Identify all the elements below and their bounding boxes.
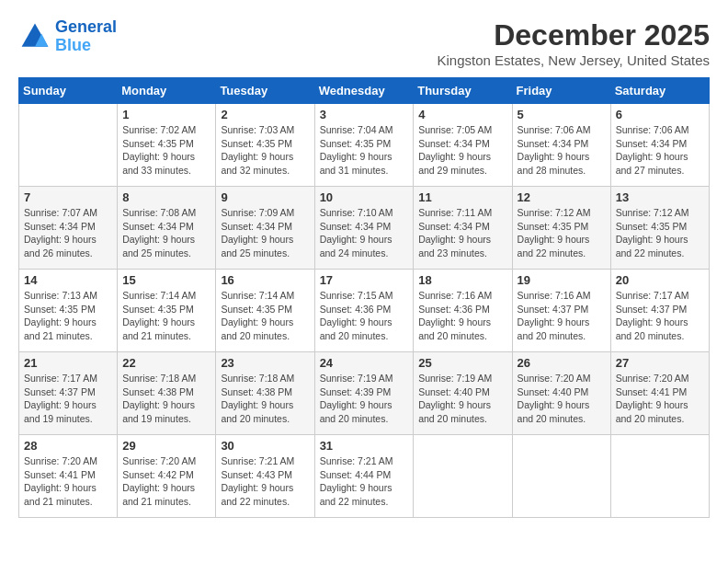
day-number: 11 — [418, 190, 506, 204]
day-number: 21 — [24, 356, 112, 370]
week-row-4: 21Sunrise: 7:17 AM Sunset: 4:37 PM Dayli… — [19, 352, 710, 435]
day-info: Sunrise: 7:20 AM Sunset: 4:41 PM Dayligh… — [24, 454, 112, 509]
day-cell: 4Sunrise: 7:05 AM Sunset: 4:34 PM Daylig… — [414, 104, 512, 187]
day-info: Sunrise: 7:21 AM Sunset: 4:43 PM Dayligh… — [221, 454, 309, 509]
day-cell: 30Sunrise: 7:21 AM Sunset: 4:43 PM Dayli… — [216, 435, 314, 518]
day-info: Sunrise: 7:06 AM Sunset: 4:34 PM Dayligh… — [616, 123, 704, 178]
day-number: 5 — [518, 108, 606, 121]
day-cell: 29Sunrise: 7:20 AM Sunset: 4:42 PM Dayli… — [118, 435, 216, 518]
day-info: Sunrise: 7:18 AM Sunset: 4:38 PM Dayligh… — [221, 372, 309, 426]
day-header-saturday: Saturday — [610, 78, 709, 104]
day-info: Sunrise: 7:07 AM Sunset: 4:34 PM Dayligh… — [24, 206, 112, 260]
day-number: 17 — [320, 273, 409, 287]
day-number: 10 — [320, 190, 409, 204]
day-number: 8 — [122, 190, 210, 204]
calendar-table: SundayMondayTuesdayWednesdayThursdayFrid… — [18, 77, 710, 518]
day-cell: 28Sunrise: 7:20 AM Sunset: 4:41 PM Dayli… — [19, 435, 118, 518]
title-block: December 2025 Kingston Estates, New Jers… — [437, 18, 710, 68]
day-info: Sunrise: 7:14 AM Sunset: 4:35 PM Dayligh… — [122, 289, 210, 343]
week-row-3: 14Sunrise: 7:13 AM Sunset: 4:35 PM Dayli… — [19, 270, 710, 352]
day-info: Sunrise: 7:13 AM Sunset: 4:35 PM Dayligh… — [24, 289, 112, 343]
day-cell: 24Sunrise: 7:19 AM Sunset: 4:39 PM Dayli… — [314, 352, 414, 435]
day-cell: 27Sunrise: 7:20 AM Sunset: 4:41 PM Dayli… — [610, 352, 709, 435]
day-cell: 9Sunrise: 7:09 AM Sunset: 4:34 PM Daylig… — [216, 187, 314, 270]
logo: General Blue — [18, 18, 117, 55]
day-info: Sunrise: 7:16 AM Sunset: 4:36 PM Dayligh… — [418, 289, 506, 343]
day-number: 19 — [518, 273, 606, 287]
day-cell: 10Sunrise: 7:10 AM Sunset: 4:34 PM Dayli… — [314, 187, 414, 270]
day-header-monday: Monday — [118, 78, 216, 104]
day-cell: 14Sunrise: 7:13 AM Sunset: 4:35 PM Dayli… — [19, 270, 118, 352]
day-info: Sunrise: 7:02 AM Sunset: 4:35 PM Dayligh… — [122, 123, 210, 178]
day-number: 6 — [616, 108, 704, 121]
day-header-friday: Friday — [512, 78, 610, 104]
day-cell: 20Sunrise: 7:17 AM Sunset: 4:37 PM Dayli… — [610, 270, 709, 352]
day-number: 18 — [418, 273, 506, 287]
day-info: Sunrise: 7:19 AM Sunset: 4:40 PM Dayligh… — [418, 372, 506, 426]
day-info: Sunrise: 7:12 AM Sunset: 4:35 PM Dayligh… — [518, 206, 606, 260]
day-number: 23 — [221, 356, 309, 370]
day-number: 22 — [122, 356, 210, 370]
day-cell: 13Sunrise: 7:12 AM Sunset: 4:35 PM Dayli… — [610, 187, 709, 270]
page-header: General Blue December 2025 Kingston Esta… — [18, 18, 710, 68]
day-info: Sunrise: 7:08 AM Sunset: 4:34 PM Dayligh… — [122, 206, 210, 260]
day-cell: 12Sunrise: 7:12 AM Sunset: 4:35 PM Dayli… — [512, 187, 610, 270]
logo-text: General Blue — [55, 18, 117, 55]
day-cell: 6Sunrise: 7:06 AM Sunset: 4:34 PM Daylig… — [610, 104, 709, 187]
month-title: December 2025 — [437, 18, 710, 52]
day-info: Sunrise: 7:06 AM Sunset: 4:34 PM Dayligh… — [518, 123, 606, 178]
day-cell: 16Sunrise: 7:14 AM Sunset: 4:35 PM Dayli… — [216, 270, 314, 352]
day-number: 1 — [122, 108, 210, 121]
day-cell: 18Sunrise: 7:16 AM Sunset: 4:36 PM Dayli… — [414, 270, 512, 352]
day-number: 12 — [518, 190, 606, 204]
day-info: Sunrise: 7:09 AM Sunset: 4:34 PM Dayligh… — [221, 206, 309, 260]
day-number: 20 — [616, 273, 704, 287]
day-info: Sunrise: 7:21 AM Sunset: 4:44 PM Dayligh… — [320, 454, 409, 509]
day-cell: 5Sunrise: 7:06 AM Sunset: 4:34 PM Daylig… — [512, 104, 610, 187]
day-cell — [610, 435, 709, 518]
day-cell: 11Sunrise: 7:11 AM Sunset: 4:34 PM Dayli… — [414, 187, 512, 270]
day-info: Sunrise: 7:03 AM Sunset: 4:35 PM Dayligh… — [221, 123, 309, 178]
day-number: 24 — [320, 356, 409, 370]
day-number: 9 — [221, 190, 309, 204]
day-cell: 7Sunrise: 7:07 AM Sunset: 4:34 PM Daylig… — [19, 187, 118, 270]
day-cell: 19Sunrise: 7:16 AM Sunset: 4:37 PM Dayli… — [512, 270, 610, 352]
day-cell: 8Sunrise: 7:08 AM Sunset: 4:34 PM Daylig… — [118, 187, 216, 270]
day-cell: 31Sunrise: 7:21 AM Sunset: 4:44 PM Dayli… — [314, 435, 414, 518]
location-title: Kingston Estates, New Jersey, United Sta… — [437, 52, 710, 68]
day-header-wednesday: Wednesday — [314, 78, 414, 104]
day-number: 27 — [616, 356, 704, 370]
day-cell — [512, 435, 610, 518]
week-row-2: 7Sunrise: 7:07 AM Sunset: 4:34 PM Daylig… — [19, 187, 710, 270]
day-number: 3 — [320, 108, 409, 121]
day-cell: 2Sunrise: 7:03 AM Sunset: 4:35 PM Daylig… — [216, 104, 314, 187]
day-cell — [414, 435, 512, 518]
day-number: 16 — [221, 273, 309, 287]
day-number: 13 — [616, 190, 704, 204]
day-cell: 26Sunrise: 7:20 AM Sunset: 4:40 PM Dayli… — [512, 352, 610, 435]
day-number: 7 — [24, 190, 112, 204]
day-header-thursday: Thursday — [414, 78, 512, 104]
day-number: 29 — [122, 439, 210, 453]
day-number: 26 — [518, 356, 606, 370]
day-cell — [19, 104, 118, 187]
day-number: 4 — [418, 108, 506, 121]
calendar-header-row: SundayMondayTuesdayWednesdayThursdayFrid… — [19, 78, 710, 104]
day-number: 31 — [320, 439, 409, 453]
week-row-1: 1Sunrise: 7:02 AM Sunset: 4:35 PM Daylig… — [19, 104, 710, 187]
calendar-body: 1Sunrise: 7:02 AM Sunset: 4:35 PM Daylig… — [19, 104, 710, 518]
day-info: Sunrise: 7:19 AM Sunset: 4:39 PM Dayligh… — [320, 372, 409, 426]
day-cell: 1Sunrise: 7:02 AM Sunset: 4:35 PM Daylig… — [118, 104, 216, 187]
day-cell: 25Sunrise: 7:19 AM Sunset: 4:40 PM Dayli… — [414, 352, 512, 435]
day-number: 28 — [24, 439, 112, 453]
day-cell: 21Sunrise: 7:17 AM Sunset: 4:37 PM Dayli… — [19, 352, 118, 435]
day-info: Sunrise: 7:04 AM Sunset: 4:35 PM Dayligh… — [320, 123, 409, 178]
day-info: Sunrise: 7:10 AM Sunset: 4:34 PM Dayligh… — [320, 206, 409, 260]
day-info: Sunrise: 7:12 AM Sunset: 4:35 PM Dayligh… — [616, 206, 704, 260]
day-number: 25 — [418, 356, 506, 370]
logo-icon — [18, 20, 51, 53]
day-number: 2 — [221, 108, 309, 121]
day-info: Sunrise: 7:20 AM Sunset: 4:42 PM Dayligh… — [122, 454, 210, 509]
day-cell: 3Sunrise: 7:04 AM Sunset: 4:35 PM Daylig… — [314, 104, 414, 187]
day-info: Sunrise: 7:17 AM Sunset: 4:37 PM Dayligh… — [616, 289, 704, 343]
